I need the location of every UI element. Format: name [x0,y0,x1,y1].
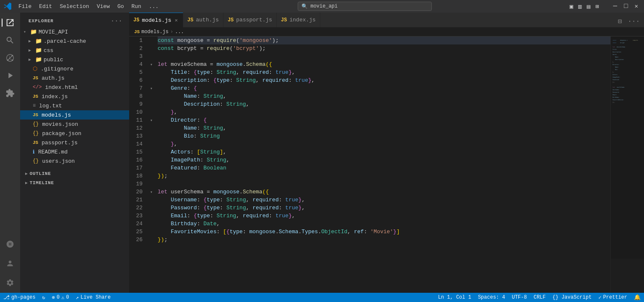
layout-icon-4[interactable]: ⊞ [594,3,600,10]
split-editor-btn[interactable]: ⊟ [615,16,625,27]
code-line-14[interactable]: }, [158,140,610,148]
code-line-15[interactable]: Actors: [String], [158,148,610,156]
layout-icon-2[interactable]: ▥ [576,3,583,10]
activity-extensions[interactable] [2,85,18,102]
code-line-12[interactable]: Name: String, [158,124,610,132]
code-line-18[interactable]: }); [158,172,610,180]
fold-btn-11[interactable]: ▾ [150,116,156,124]
sidebar-item-auth[interactable]: JS auth.js [20,73,129,83]
sidebar-item-passport[interactable]: JS passport.js [20,138,129,147]
code-line-10[interactable]: }, [158,108,610,116]
activity-explorer[interactable] [2,14,18,31]
code-line-9[interactable]: Description: String, [158,100,610,108]
tab-passport[interactable]: JS passport.js [223,13,277,27]
code-line-19[interactable] [158,180,610,188]
menu-edit[interactable]: Edit [36,3,55,10]
breadcrumb-more[interactable]: ... [175,29,184,35]
layout-icon-3[interactable]: ▤ [585,3,592,10]
menu-file[interactable]: File [15,3,35,10]
tab-models-close[interactable]: ✕ [174,17,179,24]
code-line-5[interactable]: Title: {type: String, required: true}, [158,68,610,76]
activity-settings[interactable] [2,274,18,291]
sidebar-item-models[interactable]: JS models.js [20,110,129,120]
sidebar-item-public[interactable]: ▶ 📁 public [20,55,129,64]
status-sync[interactable]: ↻ [39,293,49,302]
status-branch[interactable]: ⎇ gh-pages [0,293,39,302]
code-editor[interactable]: 1 2 3 4 5 6 7 8 9 10 11 12 13 14 15 16 1… [129,36,644,293]
sidebar-header: EXPLORER ··· [20,13,129,27]
menu-more[interactable]: ... [145,3,162,10]
close-button[interactable]: ✕ [632,3,641,10]
sidebar-label-models: models.js [42,112,129,118]
sidebar-item-readme[interactable]: ℹ README.md [20,147,129,156]
sidebar-item-parcel-cache[interactable]: ▶ 📁 .parcel-cache [20,36,129,46]
code-line-21[interactable]: Username: {type: String, required: true}… [158,196,610,204]
status-eol[interactable]: CRLF [530,293,549,302]
status-prettier[interactable]: ✓ Prettier [595,293,631,302]
code-line-17[interactable]: Featured: Boolean [158,164,610,172]
activity-source-control[interactable] [2,49,18,66]
minimize-button[interactable]: ─ [610,2,620,10]
sidebar-folder-movie-api[interactable]: ▾ 📁 MOVIE_API [20,27,129,36]
code-line-6[interactable]: Description: {type: String, required: tr… [158,76,610,84]
sidebar-item-movies-json[interactable]: {} movies.json [20,120,129,129]
activity-search[interactable] [2,32,18,49]
activity-run[interactable] [2,67,18,84]
sidebar-item-gitignore[interactable]: ⬡ .gitignore [20,64,129,73]
activity-remote[interactable] [2,236,18,253]
code-line-11[interactable]: Director: { [158,116,610,124]
sidebar-header-actions: ··· [109,17,124,25]
title-bar-center: 🔍 movie_api [165,2,564,11]
code-line-20[interactable]: let userSchema = mongoose.Schema({ [158,188,610,196]
menu-run[interactable]: Run [128,3,144,10]
fold-btn-7[interactable]: ▾ [150,84,156,92]
code-line-23[interactable]: Email: {type: String, required: true}, [158,212,610,220]
js-file-icon: JS [281,17,287,23]
status-liveshare[interactable]: ↗ Live Share [73,293,114,302]
code-content[interactable]: const mongoose = require('mongoose'); co… [156,36,610,293]
outline-section-header[interactable]: ▶ OUTLINE [20,169,129,178]
sidebar-item-css[interactable]: ▶ 📁 css [20,46,129,55]
line-num-15: 15 [129,148,147,156]
activity-account[interactable] [2,255,18,272]
code-line-16[interactable]: ImagePath: String, [158,156,610,164]
status-spaces[interactable]: Spaces: 4 [475,293,509,302]
sidebar-item-log-txt[interactable]: ≡ log.txt [20,101,129,110]
code-line-2[interactable]: const bcrypt = require('bcrypt'); [158,44,610,52]
code-line-7[interactable]: Genre: { [158,84,610,92]
menu-go[interactable]: Go [114,3,127,10]
code-line-13[interactable]: Bio: String [158,132,610,140]
fold-btn-4[interactable]: ▾ [150,60,156,68]
sidebar-more-btn[interactable]: ··· [109,17,124,25]
status-bell[interactable]: 🔔 [631,293,644,302]
code-line-24[interactable]: Birthday: Date, [158,220,610,228]
status-encoding[interactable]: UTF-8 [509,293,530,302]
layout-icon-1[interactable]: ▣ [568,3,575,10]
status-errors[interactable]: ⊗ 0 ⚠ 0 [49,293,73,302]
code-line-22[interactable]: Password: {type: String, required: true}… [158,204,610,212]
code-line-25[interactable]: FavoriteMovies: [{type: mongoose.Schema.… [158,228,610,236]
code-line-8[interactable]: Name: String, [158,92,610,100]
sidebar-item-users-json[interactable]: {} users.json [20,156,129,166]
tab-models[interactable]: JS models.js ✕ [129,13,183,27]
code-line-4[interactable]: let movieSchema = mongoose.Schema({ [158,60,610,68]
menu-selection[interactable]: Selection [56,3,92,10]
code-line-1[interactable]: const mongoose = require('mongoose'); [158,36,610,44]
code-line-26[interactable]: }); [158,236,610,244]
menu-view[interactable]: View [93,3,113,10]
timeline-section-header[interactable]: ▶ TIMELINE [20,178,129,187]
fold-btn-20[interactable]: ▾ [150,188,156,196]
code-line-3[interactable] [158,52,610,60]
svg-text:mongoose =: mongoose = [620,39,628,41]
status-cursor-pos[interactable]: Ln 1, Col 1 [435,293,475,302]
breadcrumb-file[interactable]: JS models.js [134,29,169,35]
maximize-button[interactable]: □ [621,2,631,10]
sidebar-item-index-js[interactable]: JS index.js [20,92,129,101]
tabs-more-btn[interactable]: ··· [625,16,642,27]
sidebar-item-package-json[interactable]: {} package.json [20,129,129,138]
sidebar-item-index-html[interactable]: </> index.html [20,83,129,92]
status-language[interactable]: {} JavaScript [549,293,595,302]
tab-auth[interactable]: JS auth.js [183,13,223,27]
search-bar[interactable]: 🔍 movie_api [298,2,432,11]
tab-index[interactable]: JS index.js [277,13,320,27]
